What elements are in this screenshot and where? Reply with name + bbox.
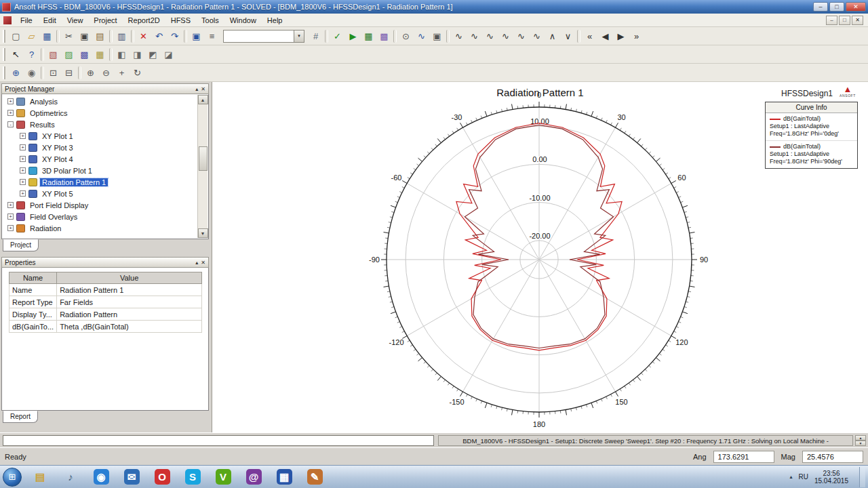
toolbar-separator[interactable] <box>446 30 450 43</box>
save-icon[interactable]: ▦ <box>39 29 55 43</box>
toolbar-separator[interactable] <box>78 66 81 79</box>
tree-item-3d-polar-plot-1[interactable]: + 3D Polar Plot 1 <box>2 165 197 176</box>
toolbar-separator[interactable] <box>393 30 397 43</box>
zoom-out-icon[interactable]: ⊖ <box>98 66 114 80</box>
scroll-up-icon[interactable]: ▲ <box>855 435 866 441</box>
node-label[interactable]: 3D Polar Plot 1 <box>40 167 94 175</box>
fit-selected-icon[interactable]: ⊟ <box>61 66 77 80</box>
expand-toggle[interactable]: + <box>20 179 26 185</box>
fit-all-icon[interactable]: ⊡ <box>45 66 61 80</box>
toolbar-separator[interactable] <box>184 30 187 43</box>
open-icon[interactable]: ▱ <box>24 29 39 43</box>
menu-hfss[interactable]: HFSS <box>165 14 196 26</box>
backup-app-icon[interactable]: ▦ <box>273 467 296 487</box>
scroll-up-icon[interactable]: ▲ <box>198 95 208 104</box>
column-header-name[interactable]: Name <box>9 272 57 284</box>
validate-icon[interactable]: ✓ <box>330 29 345 43</box>
solution-setup-icon[interactable]: ▣ <box>189 29 204 43</box>
rotate-view-icon[interactable]: ↻ <box>130 66 145 80</box>
menu-file[interactable]: File <box>15 14 38 26</box>
menu-view[interactable]: View <box>62 14 89 26</box>
tray-chevron-icon[interactable]: ▴ <box>789 474 792 480</box>
chevron-down-icon[interactable]: ▼ <box>294 30 304 42</box>
nav-next-icon[interactable]: ▶ <box>613 29 629 43</box>
start-button[interactable]: ⊞ <box>3 468 22 487</box>
node-label[interactable]: XY Plot 5 <box>40 190 75 198</box>
design-combobox[interactable]: ▼ <box>223 30 304 43</box>
pin-icon[interactable]: ▴ <box>195 260 198 266</box>
menu-window[interactable]: Window <box>224 14 262 26</box>
tree-item-xy-plot-4[interactable]: + XY Plot 4 <box>2 153 197 165</box>
node-label[interactable]: Radiation Pattern 1 <box>40 178 108 186</box>
close-button[interactable]: ✕ <box>846 2 866 12</box>
clock[interactable]: 23:56 15.04.2015 <box>814 470 848 485</box>
redo-icon[interactable]: ↷ <box>167 29 182 43</box>
paste-icon[interactable]: ▤ <box>92 29 108 43</box>
menu-project[interactable]: Project <box>88 14 122 26</box>
mail-icon[interactable]: ✉ <box>120 467 143 487</box>
zoom-in-icon[interactable]: ⊕ <box>83 66 98 80</box>
toolbar-grip[interactable] <box>3 48 5 61</box>
show-desktop-button[interactable] <box>859 467 865 487</box>
cut-icon[interactable]: ✂ <box>61 29 77 43</box>
rect-plot-icon[interactable]: ∿ <box>451 29 467 43</box>
tree-item-radiation[interactable]: + Radiation <box>2 222 197 234</box>
tree-item-radiation-pattern-1[interactable]: + Radiation Pattern 1 <box>2 176 197 188</box>
mesh-icon[interactable]: ▩ <box>376 29 392 43</box>
analyze-all-icon[interactable]: ▶ <box>345 29 361 43</box>
mode-show-icon[interactable]: ◪ <box>161 47 176 62</box>
node-label[interactable]: Port Field Display <box>28 201 90 209</box>
child-restore-button[interactable]: □ <box>839 16 850 25</box>
tree-item-field-overlays[interactable]: + Field Overlays <box>2 211 197 222</box>
matrix-data-icon[interactable]: ▦ <box>361 29 376 43</box>
tree-item-xy-plot-1[interactable]: + XY Plot 1 <box>2 130 197 142</box>
ang-value-field[interactable]: 173.6291 <box>713 451 774 463</box>
delete-icon[interactable]: ✕ <box>136 29 151 43</box>
child-minimize-button[interactable]: – <box>826 16 837 25</box>
browser-icon[interactable]: ◉ <box>90 467 113 487</box>
nav-first-icon[interactable]: « <box>582 29 597 43</box>
close-icon[interactable]: ✕ <box>201 86 205 92</box>
expand-toggle[interactable]: + <box>7 225 14 231</box>
property-value[interactable]: Far Fields <box>57 296 202 308</box>
toolbar-separator[interactable] <box>41 48 44 61</box>
print-icon[interactable]: ▥ <box>114 29 130 43</box>
expand-toggle[interactable]: + <box>7 98 14 104</box>
expand-toggle[interactable]: + <box>20 156 26 162</box>
volume-icon[interactable]: ♪ <box>59 467 82 487</box>
plot-3d-icon[interactable]: ∿ <box>513 29 529 43</box>
help-pointer-icon[interactable]: ? <box>24 47 39 62</box>
property-value[interactable]: Radiation Pattern 1 <box>57 284 202 296</box>
expand-toggle[interactable]: + <box>20 167 26 174</box>
toolbar-separator[interactable] <box>56 30 60 43</box>
grid-icon[interactable]: # <box>308 29 323 43</box>
toolbar-grip[interactable] <box>3 30 5 43</box>
expand-toggle[interactable]: + <box>20 190 26 197</box>
mode-solid-icon[interactable]: ◧ <box>114 47 130 62</box>
tree-item-analysis[interactable]: + Analysis <box>2 96 197 107</box>
menu-report2d[interactable]: Report2D <box>123 14 165 26</box>
scrollbar-thumb[interactable] <box>199 146 208 171</box>
node-label[interactable]: XY Plot 3 <box>40 144 75 152</box>
wave-down-icon[interactable]: ∨ <box>560 29 576 43</box>
property-value[interactable]: Theta ,dB(GainTotal) <box>57 321 202 333</box>
node-label[interactable]: XY Plot 1 <box>40 132 75 140</box>
maximize-button[interactable]: □ <box>829 2 844 12</box>
explorer-icon[interactable]: ▤ <box>28 467 52 487</box>
close-icon[interactable]: ✕ <box>201 260 205 266</box>
solver-profile-icon[interactable]: ∿ <box>414 29 429 43</box>
tab-project[interactable]: Project <box>3 239 39 251</box>
zoom-report-icon[interactable]: ⊙ <box>398 29 414 43</box>
tree-item-results[interactable]: - Results <box>2 119 197 130</box>
nav-last-icon[interactable]: » <box>629 29 644 43</box>
menu-tools[interactable]: Tools <box>196 14 224 26</box>
node-label[interactable]: Field Overlays <box>28 213 79 221</box>
paint-app-icon[interactable]: ✎ <box>303 467 326 487</box>
undo-icon[interactable]: ↶ <box>151 29 167 43</box>
toolbar-separator[interactable] <box>41 66 44 79</box>
purple-app-icon[interactable]: @ <box>242 467 265 487</box>
world-cs-icon[interactable]: ⊕ <box>8 66 24 80</box>
toolbar-separator[interactable] <box>109 30 113 43</box>
scroll-down-icon[interactable]: ▼ <box>855 441 866 446</box>
node-label[interactable]: Results <box>28 121 57 129</box>
